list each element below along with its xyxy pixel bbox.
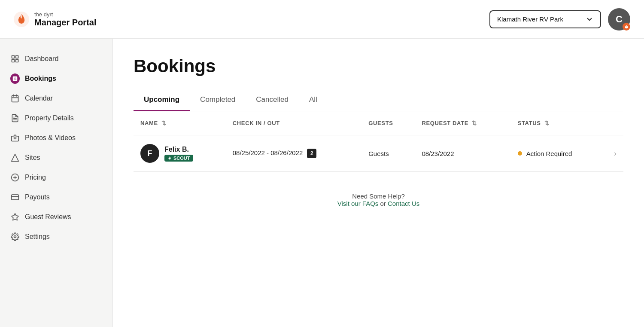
status-dot — [518, 151, 522, 156]
sidebar-item-label: Calendar — [25, 95, 53, 102]
help-text: Need Some Help? — [134, 193, 623, 200]
photos-icon — [10, 133, 20, 143]
date-separator: - — [267, 149, 270, 156]
table-row[interactable]: F Felix B. SCOUT 08/2 — [134, 135, 623, 172]
guest-initial: F — [148, 149, 152, 158]
sidebar-item-pricing[interactable]: Pricing — [0, 168, 112, 187]
col-request-date: REQUEST DATE ⇅ — [415, 111, 510, 135]
chevron-down-icon — [586, 15, 593, 23]
help-section: Need Some Help? Visit our FAQs or Contac… — [134, 172, 623, 217]
col-status: STATUS ⇅ — [511, 111, 623, 135]
col-checkin: CHECK IN / OUT — [226, 111, 361, 135]
sidebar-item-photos-videos[interactable]: Photos & Videos — [0, 128, 112, 148]
contact-link[interactable]: Contact Us — [388, 200, 419, 207]
guest-info: Felix B. SCOUT — [164, 146, 193, 162]
sidebar-item-label: Settings — [25, 233, 50, 241]
sidebar-item-label: Payouts — [25, 193, 50, 201]
sidebar-item-label: Property Details — [25, 114, 74, 122]
row-chevron-icon: › — [605, 149, 617, 158]
status-label: Action Required — [526, 150, 572, 157]
calendar-icon — [10, 94, 20, 103]
sidebar-item-label: Photos & Videos — [25, 134, 76, 142]
property-selector-value: Klamath River RV Park — [497, 15, 563, 23]
sidebar: Dashboard Bookings Calendar Property Det… — [0, 39, 113, 327]
cell-status: Action Required › — [511, 135, 623, 172]
cell-request-date: 08/23/2022 — [415, 135, 510, 172]
portal-title: Manager Portal — [34, 18, 96, 28]
sidebar-item-label: Guest Reviews — [25, 213, 71, 221]
cell-guests: Guests — [361, 135, 415, 172]
sidebar-item-dashboard[interactable]: Dashboard — [0, 49, 112, 69]
header: the dyrt Manager Portal Klamath River RV… — [0, 0, 644, 39]
sidebar-item-guest-reviews[interactable]: Guest Reviews — [0, 207, 112, 227]
svg-rect-5 — [12, 95, 18, 102]
sidebar-item-calendar[interactable]: Calendar — [0, 89, 112, 108]
cell-checkin-out: 08/25/2022 - 08/26/2022 2 — [226, 135, 361, 172]
guest-count-badge: 2 — [307, 149, 316, 158]
svg-rect-16 — [12, 195, 19, 200]
avatar[interactable]: C — [608, 8, 630, 31]
header-left: the dyrt Manager Portal — [14, 11, 96, 28]
svg-rect-4 — [12, 60, 15, 62]
sidebar-item-bookings[interactable]: Bookings — [0, 69, 112, 89]
cell-guest-name: F Felix B. SCOUT — [134, 135, 226, 172]
tab-all[interactable]: All — [299, 90, 328, 111]
svg-marker-12 — [12, 154, 19, 162]
reviews-icon — [10, 212, 20, 222]
status-cell: Action Required › — [518, 149, 617, 158]
scout-badge: SCOUT — [164, 155, 193, 162]
sidebar-item-property-details[interactable]: Property Details — [0, 108, 112, 128]
avatar-letter: C — [616, 14, 623, 25]
tab-cancelled[interactable]: Cancelled — [246, 90, 299, 111]
faq-link[interactable]: Visit our FAQs — [337, 200, 379, 207]
sidebar-item-label: Sites — [25, 154, 40, 162]
check-out-date: 08/26/2022 — [270, 149, 303, 156]
property-icon — [10, 113, 20, 123]
svg-marker-18 — [12, 214, 19, 220]
property-selector[interactable]: Klamath River RV Park — [489, 10, 601, 28]
table-header: NAME ⇅ CHECK IN / OUT GUESTS REQUEST DAT… — [134, 111, 623, 135]
payouts-icon — [10, 193, 20, 202]
col-guests: GUESTS — [361, 111, 415, 135]
check-in-date: 08/25/2022 — [233, 149, 265, 156]
help-or: or — [380, 200, 388, 207]
svg-rect-1 — [12, 56, 15, 58]
help-links: Visit our FAQs or Contact Us — [134, 200, 623, 207]
sidebar-item-label: Bookings — [25, 75, 56, 83]
tab-completed[interactable]: Completed — [190, 90, 246, 111]
page-title: Bookings — [134, 56, 623, 76]
main-layout: Dashboard Bookings Calendar Property Det… — [0, 39, 644, 327]
guest-avatar: F — [140, 144, 159, 163]
logo-icon — [14, 12, 29, 27]
sidebar-item-payouts[interactable]: Payouts — [0, 187, 112, 207]
header-right: Klamath River RV Park C — [489, 8, 630, 31]
bookings-icon — [10, 74, 20, 83]
sites-icon — [10, 153, 20, 162]
svg-point-11 — [14, 137, 16, 139]
svg-rect-2 — [16, 56, 18, 58]
header-title-block: the dyrt Manager Portal — [34, 11, 96, 28]
scout-label: SCOUT — [173, 156, 190, 161]
sidebar-item-label: Pricing — [25, 174, 46, 181]
content-area: Bookings Upcoming Completed Cancelled Al… — [113, 39, 644, 327]
sidebar-item-settings[interactable]: Settings — [0, 227, 112, 247]
sort-icon-request-date: ⇅ — [472, 120, 477, 126]
request-date: 08/23/2022 — [422, 150, 454, 157]
col-name: NAME ⇅ — [134, 111, 226, 135]
sidebar-item-sites[interactable]: Sites — [0, 148, 112, 168]
svg-rect-3 — [16, 60, 18, 62]
settings-icon — [10, 232, 20, 241]
svg-point-19 — [14, 236, 16, 238]
guest-name: Felix B. — [164, 146, 193, 153]
sort-icon-status: ⇅ — [544, 120, 550, 126]
tab-upcoming[interactable]: Upcoming — [134, 90, 190, 111]
tabs: Upcoming Completed Cancelled All — [134, 90, 623, 111]
guests-label: Guests — [368, 150, 389, 157]
brand-name: the dyrt — [34, 11, 96, 18]
avatar-badge — [623, 23, 630, 31]
bookings-table: NAME ⇅ CHECK IN / OUT GUESTS REQUEST DAT… — [134, 111, 623, 172]
guest-cell: F Felix B. SCOUT — [140, 144, 219, 163]
sidebar-item-label: Dashboard — [25, 55, 58, 63]
dashboard-icon — [10, 54, 20, 64]
sort-icon-name: ⇅ — [161, 120, 167, 126]
